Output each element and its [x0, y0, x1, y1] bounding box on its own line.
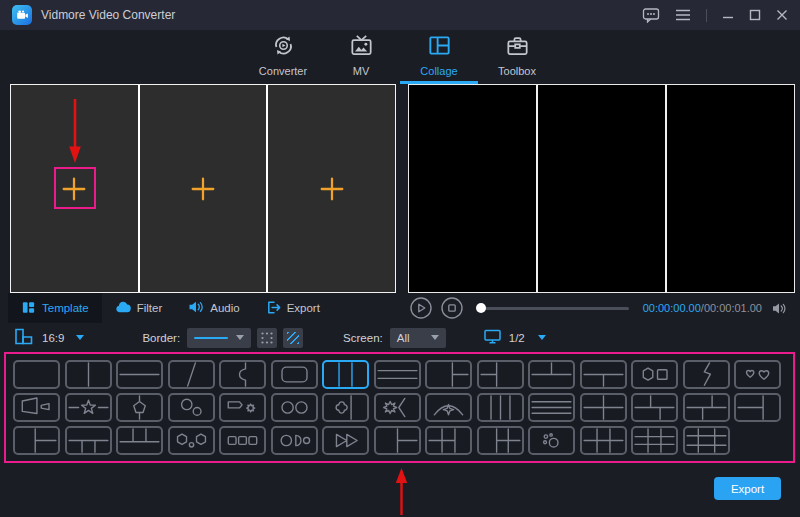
template-grid-2x2-offset-right[interactable]: [683, 393, 730, 422]
template-clover-split[interactable]: [322, 393, 369, 422]
template-split-top-big-bottom[interactable]: [528, 360, 575, 389]
stop-button[interactable]: [441, 297, 463, 319]
player-controls: 00:00:00.00/00:00:01.00: [400, 293, 800, 323]
template-hexagon-square[interactable]: [631, 360, 678, 389]
template-arch-sparkle[interactable]: [425, 393, 472, 422]
template-two-rows[interactable]: [116, 360, 163, 389]
template-big-left-split-right[interactable]: [425, 360, 472, 389]
template-row-3: [13, 426, 786, 455]
template-rounded-frame[interactable]: [271, 360, 318, 389]
tab-toolbox[interactable]: Toolbox: [478, 30, 556, 84]
tab-converter[interactable]: Converter: [244, 30, 322, 84]
template-curve-split[interactable]: [219, 360, 266, 389]
screen-value: All: [397, 332, 410, 344]
play-button[interactable]: [410, 297, 432, 319]
toolbox-icon: [505, 33, 530, 60]
template-star-split[interactable]: [65, 393, 112, 422]
template-big-left-grid-right[interactable]: [477, 426, 524, 455]
template-grid-2x2[interactable]: [580, 393, 627, 422]
template-two-circles-diagonal[interactable]: [168, 393, 215, 422]
ratio-caret-icon[interactable]: [76, 335, 84, 340]
template-grid-2x3[interactable]: [580, 426, 627, 455]
subtab-audio[interactable]: Audio: [175, 293, 252, 323]
add-media-plus-icon: [190, 176, 216, 202]
page-indicator: 1/2: [509, 332, 525, 344]
preview-pane-1: [409, 85, 536, 292]
subtab-filter[interactable]: Filter: [102, 293, 176, 323]
template-two-circles[interactable]: [271, 393, 318, 422]
template-grid-2x2-offset-left[interactable]: [631, 393, 678, 422]
seek-slider[interactable]: [477, 307, 629, 310]
template-big-top-split-bottom[interactable]: [580, 360, 627, 389]
ratio-value[interactable]: 16:9: [42, 332, 64, 344]
border-stripes-icon[interactable]: [283, 328, 303, 348]
template-diagonal-split[interactable]: [168, 360, 215, 389]
aspect-ratio-icon: [14, 328, 33, 348]
template-lightning-split[interactable]: [683, 360, 730, 389]
workspace: [0, 84, 800, 293]
titlebar-separator: [706, 9, 707, 22]
audio-icon: [188, 300, 204, 316]
tab-mv[interactable]: MV: [322, 30, 400, 84]
current-time: 00:00:00.00: [643, 302, 701, 314]
subtab-template[interactable]: Template: [8, 293, 102, 323]
seek-slider-handle[interactable]: [476, 303, 486, 313]
template-two-hearts[interactable]: [734, 360, 781, 389]
template-two-columns[interactable]: [65, 360, 112, 389]
page-caret-icon[interactable]: [538, 335, 546, 340]
subtab-export[interactable]: Export: [253, 293, 333, 323]
template-pentagon-split[interactable]: [116, 393, 163, 422]
template-split-left-column-right[interactable]: [734, 393, 781, 422]
video-preview: [408, 84, 795, 293]
subtab-label: Export: [287, 302, 320, 314]
border-line-sample: [194, 337, 228, 339]
tab-label: Collage: [420, 65, 457, 77]
template-split-left-big-right[interactable]: [477, 360, 524, 389]
template-row-1: [13, 360, 786, 389]
template-grid-2x3-left[interactable]: [425, 426, 472, 455]
template-burst-bracket[interactable]: [374, 393, 421, 422]
collage-cell-2-add-media[interactable]: [140, 85, 267, 292]
template-three-columns[interactable]: [322, 360, 369, 389]
total-time: 00:00:01.00: [704, 302, 762, 314]
subtab-label: Audio: [210, 302, 239, 314]
window-title: Vidmore Video Converter: [41, 8, 175, 22]
template-circle-shapes[interactable]: [271, 426, 318, 455]
template-hexagons-dot[interactable]: [168, 426, 215, 455]
border-color-dots-icon[interactable]: [257, 328, 277, 348]
template-four-rows[interactable]: [528, 393, 575, 422]
collage-cell-3-add-media[interactable]: [268, 85, 395, 292]
minimize-button[interactable]: [722, 9, 734, 21]
preview-pane-3: [667, 85, 794, 292]
border-caret-icon: [236, 335, 244, 340]
maximize-button[interactable]: [749, 9, 761, 21]
template-bubbles[interactable]: [528, 426, 575, 455]
menu-icon[interactable]: [675, 9, 691, 21]
tab-label: MV: [353, 65, 370, 77]
template-column-split-right[interactable]: [374, 426, 421, 455]
template-grid-3x3-frame[interactable]: [683, 426, 730, 455]
volume-icon[interactable]: [771, 301, 788, 316]
template-single[interactable]: [13, 360, 60, 389]
close-button[interactable]: [776, 9, 788, 21]
border-style-select[interactable]: [187, 328, 251, 348]
add-media-plus-icon: [61, 176, 87, 202]
template-forward-triangles[interactable]: [322, 426, 369, 455]
template-grid-3x3[interactable]: [631, 426, 678, 455]
template-three-rows[interactable]: [374, 360, 421, 389]
template-three-squares[interactable]: [219, 426, 266, 455]
template-trapezoid-shapes[interactable]: [13, 393, 60, 422]
feedback-icon[interactable]: [642, 7, 660, 23]
screen-select[interactable]: All: [390, 328, 446, 348]
template-big-top-three-bottom[interactable]: [65, 426, 112, 455]
template-big-left-two-right[interactable]: [13, 426, 60, 455]
collage-cell-1-add-media[interactable]: [11, 85, 138, 292]
template-four-columns[interactable]: [477, 393, 524, 422]
subtab-label: Filter: [137, 302, 163, 314]
template-three-top-big-bottom[interactable]: [116, 426, 163, 455]
titlebar-controls: [642, 7, 788, 23]
time-display: 00:00:00.00/00:00:01.00: [643, 302, 762, 314]
tab-collage[interactable]: Collage: [400, 30, 478, 84]
template-banner-gear[interactable]: [219, 393, 266, 422]
export-button[interactable]: Export: [714, 477, 781, 500]
